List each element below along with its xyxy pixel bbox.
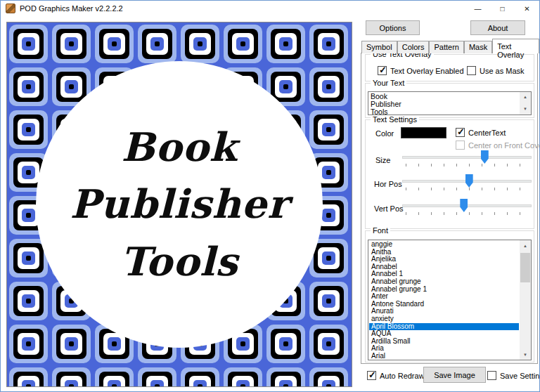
font-list-item[interactable]: Annabel	[369, 263, 519, 271]
checkbox-label: Text Overlay Enabled	[390, 67, 464, 75]
size-slider[interactable]	[402, 150, 532, 169]
your-text-line: Tools	[371, 108, 519, 115]
font-group: Font anggieAnithaAnjelikaAnnabelAnnabel …	[365, 230, 534, 362]
slider-ticks	[406, 188, 528, 190]
slider-track[interactable]	[402, 156, 532, 159]
slider-ticks	[406, 164, 528, 166]
your-text-line: Publisher	[371, 100, 519, 108]
use-as-mask-checkbox[interactable]	[467, 66, 476, 75]
auto-redraw-checkbox[interactable]	[367, 371, 376, 380]
scroll-up-icon[interactable]: ▲	[520, 92, 531, 103]
about-button[interactable]: About	[470, 20, 525, 35]
text-color-swatch[interactable]	[401, 127, 446, 138]
font-list-item[interactable]: Anjelika	[369, 256, 519, 263]
font-list-item[interactable]: Arial	[369, 353, 519, 360]
save-image-button[interactable]: Save Image	[423, 367, 486, 383]
app-icon	[6, 4, 15, 13]
group-title: Your Text	[371, 79, 406, 87]
font-list-item[interactable]: April Blossom	[369, 323, 519, 331]
your-text-scrollbar[interactable]: ▲ ▼	[520, 92, 531, 115]
font-list-item[interactable]: anggie	[369, 241, 519, 249]
checkbox-label: Auto Redraw	[380, 372, 425, 380]
group-title: Text Settings	[371, 115, 419, 124]
vert-pos-label: Vert Pos	[374, 204, 404, 213]
preview-text-line: Tools	[120, 235, 238, 289]
options-button[interactable]: Options	[366, 20, 420, 35]
preview-canvas: Book Publisher Tools	[6, 22, 352, 387]
font-list-item[interactable]: Annabel grunge	[369, 278, 519, 286]
tab-strip: Symbol Colors Pattern Mask Text Overlay	[361, 39, 539, 53]
hor-pos-slider-thumb[interactable]	[465, 174, 473, 188]
text-overlay-enabled-checkbox-row[interactable]: Text Overlay Enabled	[378, 66, 464, 75]
font-list-item[interactable]: AQUA	[369, 330, 519, 338]
center-text-checkbox[interactable]	[456, 128, 465, 137]
scroll-up-icon[interactable]: ▲	[520, 240, 531, 251]
save-settings-checkbox-row[interactable]: Save Settings	[487, 371, 540, 380]
font-list-items: anggieAnithaAnjelikaAnnabelAnnabel 1Anna…	[369, 241, 519, 359]
color-label: Color	[375, 129, 394, 138]
hor-pos-label: Hor Pos	[374, 180, 402, 188]
title-bar: POD Graphics Maker v2.2.2.2 — □ ✕	[1, 1, 539, 16]
tab-text-overlay[interactable]: Text Overlay	[492, 39, 539, 53]
group-title: Font	[371, 226, 390, 235]
font-list-item[interactable]: Anurati	[369, 308, 519, 315]
font-list-item[interactable]: Anter	[369, 293, 519, 301]
font-list-item[interactable]: Aria	[369, 345, 519, 353]
font-list-item[interactable]: Ardilla Small	[369, 338, 519, 346]
maximize-button[interactable]: □	[490, 1, 515, 16]
tab-colors[interactable]: Colors	[397, 41, 430, 53]
size-slider-thumb[interactable]	[481, 150, 489, 164]
center-text-checkbox-row[interactable]: CenterText	[456, 128, 506, 137]
window-title: POD Graphics Maker v2.2.2.2	[20, 4, 123, 13]
center-front-cover-checkbox	[456, 141, 465, 150]
tab-mask[interactable]: Mask	[464, 41, 492, 53]
vert-pos-slider-thumb[interactable]	[460, 199, 468, 212]
auto-redraw-checkbox-row[interactable]: Auto Redraw	[367, 371, 425, 380]
scroll-down-icon[interactable]: ▼	[520, 349, 531, 360]
scroll-down-icon[interactable]: ▼	[520, 104, 531, 115]
font-list-item[interactable]: Annabel grunge 1	[369, 286, 519, 294]
text-settings-group: Text Settings Color CenterText Center on…	[365, 119, 534, 229]
preview-text-line: Publisher	[70, 178, 289, 231]
font-list-item[interactable]: Annabel 1	[369, 270, 519, 278]
font-list-item[interactable]: anxiety	[369, 315, 519, 323]
use-as-mask-checkbox-row[interactable]: Use as Mask	[467, 66, 525, 75]
your-text-content: BookPublisherTools	[371, 93, 519, 114]
minimize-button[interactable]: —	[465, 1, 490, 16]
font-list-item[interactable]: Anitha	[369, 249, 519, 256]
tab-symbol[interactable]: Symbol	[361, 41, 397, 53]
your-text-group: Your Text BookPublisherTools ▲ ▼	[365, 83, 534, 118]
checkbox-label: CenterText	[468, 129, 506, 137]
save-settings-checkbox[interactable]	[487, 371, 496, 380]
vert-pos-slider[interactable]	[402, 198, 532, 218]
your-text-input[interactable]: BookPublisherTools ▲ ▼	[368, 91, 532, 115]
preview-text-circle: Book Publisher Tools	[36, 61, 323, 348]
slider-ticks	[406, 212, 528, 215]
scrollbar-thumb[interactable]	[520, 253, 530, 282]
font-listbox[interactable]: anggieAnithaAnjelikaAnnabelAnnabel 1Anna…	[368, 240, 532, 360]
tab-pattern[interactable]: Pattern	[429, 41, 463, 53]
app-window: POD Graphics Maker v2.2.2.2 — □ ✕ Bo	[0, 0, 540, 392]
size-label: Size	[375, 156, 390, 164]
checkbox-label: Save Settings	[500, 372, 540, 380]
window-controls: — □ ✕	[465, 1, 539, 16]
center-front-cover-checkbox-row: Center on Front Cover	[456, 141, 540, 150]
preview-text-line: Book	[122, 121, 238, 174]
close-button[interactable]: ✕	[515, 1, 539, 16]
font-list-scrollbar[interactable]: ▲ ▼	[520, 240, 531, 360]
font-list-item[interactable]: Antone Standard	[369, 301, 519, 308]
text-overlay-panel: Use Text Overlay Text Overlay Enabled Us…	[361, 53, 538, 364]
hor-pos-slider[interactable]	[402, 174, 532, 193]
checkbox-label: Center on Front Cover	[468, 141, 540, 150]
text-overlay-enabled-checkbox[interactable]	[378, 66, 387, 75]
checkbox-label: Use as Mask	[480, 67, 525, 75]
